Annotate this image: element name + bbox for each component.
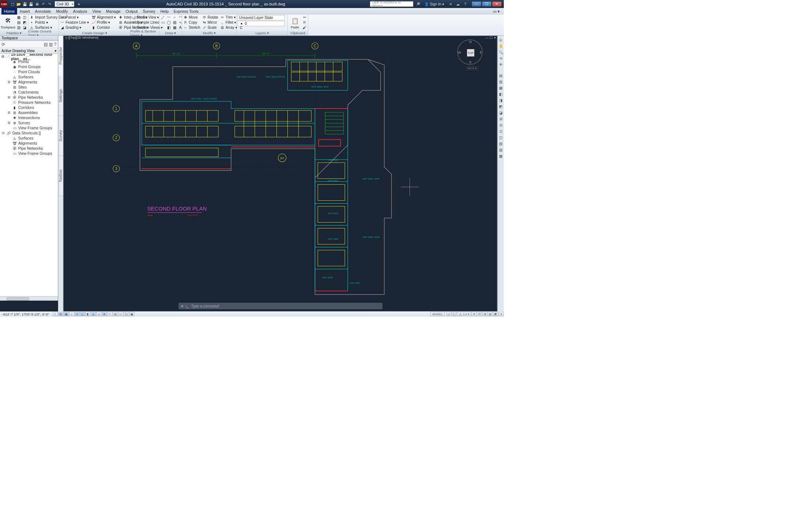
minimize-button[interactable]: — [472, 1, 481, 7]
workspace-dropdown[interactable]: Civil 3D [55, 1, 74, 7]
sb-r7[interactable]: ◩ [493, 312, 498, 316]
tp-2[interactable]: ▥ [498, 79, 503, 84]
tab-insert[interactable]: Insert [17, 8, 32, 15]
tab-modify[interactable]: Modify [54, 8, 70, 15]
sb-infer[interactable]: ⊹ [53, 312, 58, 316]
profileview-button[interactable]: 📊Profile View ▾ [131, 15, 162, 20]
plot-icon[interactable]: 🖶 [34, 1, 40, 7]
undo-icon[interactable]: ↶ [40, 1, 46, 7]
panel-title-create-ground[interactable]: Create Ground Data ▾ [28, 31, 59, 35]
wcs-dropdown[interactable]: WCS ▾ [466, 66, 478, 70]
sb-ducs[interactable]: ⊿ [97, 312, 102, 316]
vtab-settings[interactable]: Settings [58, 76, 63, 116]
tab-home[interactable]: Home [1, 8, 17, 15]
rect-icon[interactable]: ▭ [160, 20, 165, 25]
palette-btn-4[interactable]: ◫ [22, 15, 27, 20]
move-button[interactable]: ✥Move [183, 15, 200, 20]
prospector-tree[interactable]: ⊟📄15-1514 _ Second floor plan _ as... ◈P… [0, 54, 58, 296]
sb-lwt[interactable]: ≡ [107, 312, 113, 316]
sb-r8[interactable]: ▾ [499, 312, 504, 316]
vtab-survey[interactable]: Survey [58, 116, 63, 156]
sb-r2[interactable]: ▢ [452, 312, 457, 316]
panel-title-modify[interactable]: Modify ▾ [182, 31, 236, 35]
sb-r6[interactable]: ▤ [488, 312, 493, 316]
palette-btn-5[interactable]: ◩ [22, 20, 27, 25]
corridor-button[interactable]: ▮Corridor [91, 25, 116, 30]
mirror-button[interactable]: ⇋Mirror [202, 20, 218, 25]
panel-title-draw[interactable]: Draw ▾ [160, 31, 182, 35]
parcel-button[interactable]: ▱Parcel ▾ [60, 15, 89, 20]
nav-zoom-icon[interactable]: 🔍 [498, 50, 503, 55]
tp-6[interactable]: ◩ [498, 104, 503, 109]
ts-tool-2[interactable]: ▥ [49, 42, 53, 47]
copy-clip-icon[interactable]: ⎘ [302, 20, 307, 25]
tab-manage[interactable]: Manage [103, 8, 123, 15]
tab-output[interactable]: Output [123, 8, 140, 15]
paste-button[interactable]: 📋Paste [289, 15, 301, 30]
tp-3[interactable]: ▦ [498, 85, 503, 90]
hatch-icon[interactable]: ▨ [172, 20, 177, 25]
nav-pan-icon[interactable]: ✋ [498, 43, 503, 48]
panel-title-palettes[interactable]: Palettes ▾ [0, 31, 28, 35]
active-view-dropdown[interactable]: Active Drawing View▾ [0, 48, 58, 54]
tp-12[interactable]: ▧ [498, 141, 503, 146]
sb-dyn[interactable]: ⊕ [102, 312, 107, 316]
sb-polar[interactable]: ✶ [75, 312, 80, 316]
help-icon[interactable]: ? [462, 1, 468, 7]
signin-button[interactable]: 👤 Sign In ▾ [422, 2, 446, 6]
new-icon[interactable]: ▢ [9, 1, 15, 7]
vtab-toolbox[interactable]: Toolbox [58, 156, 63, 196]
close-button[interactable]: ✕ [492, 1, 502, 7]
polyline-icon[interactable]: 〰 [166, 15, 171, 20]
tp-10[interactable]: ⊡ [498, 129, 503, 134]
sb-qp[interactable]: ▭ [118, 312, 123, 316]
qat-more-icon[interactable]: ▾ [76, 1, 82, 7]
saveas-icon[interactable]: 💾 [28, 1, 34, 7]
tab-help[interactable]: Help [158, 8, 171, 15]
tab-analyze[interactable]: Analyze [70, 8, 90, 15]
stretch-button[interactable]: ↔Stretch [183, 25, 200, 30]
model-button[interactable]: MODEL [430, 312, 445, 316]
panel-title-create-design[interactable]: Create Design ▾ [59, 31, 130, 35]
exchange-icon[interactable]: ✕ [448, 1, 454, 7]
sb-r4[interactable]: ⊡ [477, 312, 482, 316]
ts-tool-3[interactable]: ? [54, 42, 56, 47]
command-line[interactable]: ✕ ›_ Type a command [179, 303, 383, 309]
tp-13[interactable]: ▨ [498, 147, 503, 152]
alignment-button[interactable]: ➰Alignment ▾ [91, 15, 116, 20]
nav-show-icon[interactable]: 👁 [498, 62, 503, 67]
tp-14[interactable]: ▩ [498, 153, 503, 158]
sb-r1[interactable]: ▭ [446, 312, 451, 316]
tp-11[interactable]: ◫ [498, 135, 503, 140]
vtab-prospector[interactable]: Prospector [58, 36, 63, 76]
tp-1[interactable]: ▤ [498, 73, 503, 78]
palette-btn-3[interactable]: ▥ [16, 25, 21, 30]
circle-icon[interactable]: ○ [172, 15, 177, 20]
viewcube[interactable]: TOP N S E W [457, 39, 483, 65]
tab-view[interactable]: View [90, 8, 103, 15]
tp-9[interactable]: ⊟ [498, 122, 503, 128]
sb-am[interactable]: ▣ [129, 312, 134, 316]
line-icon[interactable]: ／ [160, 15, 165, 20]
array-button[interactable]: ⊞Array ▾ [220, 25, 237, 30]
nav-orbit-icon[interactable]: ⟲ [498, 56, 503, 61]
sb-scale[interactable]: 人 1:1 ▾ [457, 312, 471, 316]
ribbon-minimize-icon[interactable]: ▭ ▾ [490, 8, 502, 15]
trim-button[interactable]: ✂Trim ▾ [220, 15, 237, 20]
region-icon[interactable]: ◧ [166, 26, 171, 30]
tab-survey[interactable]: Survey [140, 8, 158, 15]
sb-osnap[interactable]: ◻ [80, 312, 85, 316]
refresh-icon[interactable]: ⟳ [1, 42, 5, 47]
cut-icon[interactable]: ✂ [302, 15, 307, 20]
tp-4[interactable]: ◧ [498, 91, 503, 97]
sb-ortho[interactable]: ⊥ [69, 312, 74, 316]
match-icon[interactable]: 🖌 [302, 26, 307, 30]
tp-5[interactable]: ◨ [498, 98, 503, 103]
save-icon[interactable]: 💾 [22, 1, 28, 7]
viewcube-top[interactable]: TOP [467, 49, 474, 56]
sb-sc[interactable]: ◫ [124, 312, 129, 316]
panel-title-layers[interactable]: Layers ▾ [237, 31, 287, 35]
tp-7[interactable]: ◪ [498, 110, 503, 115]
sb-r5[interactable]: ⊞ [482, 312, 487, 316]
sb-grid[interactable]: ▦ [64, 312, 69, 316]
